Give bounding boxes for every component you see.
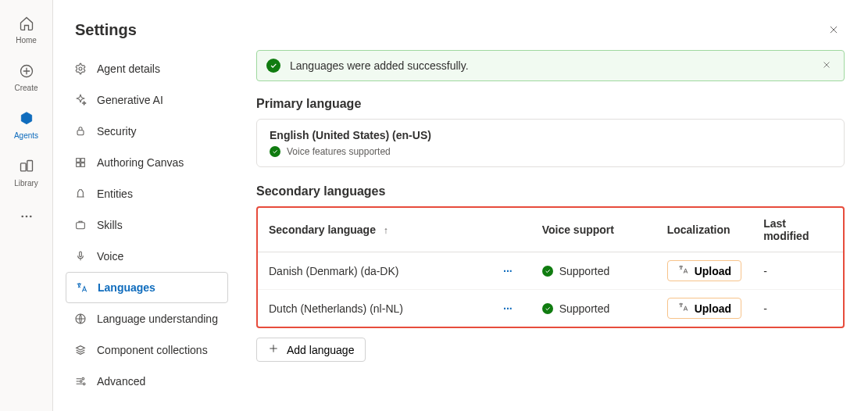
- settings-nav-voice[interactable]: Voice: [66, 241, 228, 272]
- cell-localization: Upload: [656, 252, 752, 290]
- page-header: Settings: [53, 0, 868, 50]
- check-circle-icon: [266, 59, 280, 73]
- component-collections-icon: [73, 343, 88, 357]
- upload-button[interactable]: Upload: [667, 260, 741, 281]
- home-icon: [17, 14, 36, 33]
- settings-nav-label: Voice: [97, 250, 123, 263]
- translate-icon: [677, 302, 688, 315]
- rail-home-label: Home: [16, 36, 37, 45]
- settings-nav-security[interactable]: Security: [66, 116, 228, 147]
- col-modified-header[interactable]: Last modified: [752, 208, 843, 252]
- check-circle-icon: [542, 266, 553, 277]
- svg-rect-13: [80, 252, 82, 257]
- add-language-button[interactable]: Add language: [256, 338, 366, 362]
- settings-nav-generative-ai[interactable]: Generative AI: [66, 84, 228, 116]
- page-title: Settings: [75, 21, 137, 39]
- upload-button[interactable]: Upload: [667, 298, 741, 319]
- table-row: Dutch (Netherlands) (nl-NL)···SupportedU…: [258, 290, 843, 327]
- settings-nav-label: Authoring Canvas: [97, 156, 184, 169]
- col-language-header[interactable]: Secondary language ↑: [258, 208, 531, 252]
- banner-dismiss-button[interactable]: [819, 58, 834, 73]
- library-icon: [17, 157, 36, 176]
- settings-nav-component-collections[interactable]: Component collections: [66, 334, 228, 366]
- settings-nav-label: Entities: [97, 188, 133, 200]
- settings-nav-label: Component collections: [97, 344, 208, 356]
- rail-agents-label: Agents: [14, 131, 38, 140]
- language-understanding-icon: [73, 312, 88, 326]
- svg-point-5: [29, 215, 31, 217]
- svg-rect-9: [81, 159, 85, 163]
- banner-message: Languages were added successfully.: [290, 59, 469, 72]
- settings-nav-language-understanding[interactable]: Language understanding: [66, 303, 228, 334]
- table-row: Danish (Denmark) (da-DK)···SupportedUplo…: [258, 252, 843, 290]
- settings-nav-entities[interactable]: Entities: [66, 178, 228, 209]
- plus-icon: [268, 343, 279, 356]
- cell-voice: Supported: [531, 252, 656, 290]
- rail-create-label: Create: [14, 84, 38, 92]
- rail-library-label: Library: [14, 179, 38, 188]
- cell-voice: Supported: [531, 290, 656, 327]
- secondary-languages-table-wrap: Secondary language ↑ Voice support Local…: [256, 206, 845, 328]
- advanced-icon: [73, 374, 88, 388]
- settings-nav-label: Advanced: [97, 375, 145, 388]
- svg-point-16: [80, 381, 82, 383]
- success-banner: Languages were added successfully.: [256, 50, 845, 81]
- svg-point-6: [79, 67, 82, 70]
- settings-nav-skills[interactable]: Skills: [66, 209, 228, 241]
- primary-language-card: English (United States) (en-US) Voice fe…: [256, 119, 845, 167]
- svg-rect-2: [27, 161, 32, 171]
- col-localization-header[interactable]: Localization: [656, 208, 752, 252]
- settings-nav-authoring-canvas[interactable]: Authoring Canvas: [66, 147, 228, 178]
- svg-point-3: [21, 215, 23, 217]
- rail-home[interactable]: Home: [5, 11, 48, 48]
- security-icon: [73, 124, 88, 138]
- svg-point-15: [82, 377, 84, 380]
- cell-localization: Upload: [656, 290, 752, 327]
- rail-create[interactable]: Create: [5, 59, 48, 95]
- add-language-label: Add language: [287, 344, 354, 356]
- cell-language: Dutch (Netherlands) (nl-NL): [258, 290, 492, 327]
- authoring-canvas-icon: [73, 155, 88, 170]
- svg-rect-11: [81, 163, 85, 167]
- settings-nav: Agent detailsGenerative AISecurityAuthor…: [53, 50, 239, 411]
- plus-circle-icon: [17, 62, 36, 80]
- settings-nav-label: Agent details: [97, 63, 160, 75]
- primary-language-heading: Primary language: [256, 97, 845, 111]
- page-body: Agent detailsGenerative AISecurityAuthor…: [53, 50, 868, 411]
- more-horizontal-icon: ···: [503, 302, 513, 315]
- row-actions-button[interactable]: ···: [503, 302, 520, 315]
- left-rail: Home Create Agents Library: [0, 0, 53, 411]
- more-horizontal-icon: ···: [503, 265, 513, 277]
- agents-icon: [17, 109, 36, 128]
- rail-agents[interactable]: Agents: [5, 106, 48, 143]
- sort-ascending-icon: ↑: [384, 225, 388, 236]
- check-circle-icon: [270, 146, 280, 157]
- table-header-row: Secondary language ↑ Voice support Local…: [258, 208, 843, 252]
- cell-modified: -: [752, 252, 843, 290]
- rail-library[interactable]: Library: [5, 154, 48, 191]
- settings-nav-label: Generative AI: [97, 94, 163, 106]
- settings-nav-languages[interactable]: Languages: [66, 272, 228, 303]
- primary-language-name: English (United States) (en-US): [270, 129, 831, 141]
- settings-nav-agent-details[interactable]: Agent details: [66, 53, 228, 84]
- generative-ai-icon: [73, 93, 88, 107]
- agent-details-icon: [73, 62, 88, 76]
- rail-more[interactable]: [11, 202, 42, 233]
- close-icon: [828, 21, 839, 39]
- translate-icon: [677, 264, 688, 277]
- check-circle-icon: [542, 303, 553, 314]
- svg-rect-7: [77, 130, 84, 135]
- col-voice-header[interactable]: Voice support: [531, 208, 656, 252]
- settings-nav-advanced[interactable]: Advanced: [66, 366, 228, 397]
- more-horizontal-icon: [20, 209, 34, 226]
- svg-rect-10: [77, 163, 80, 167]
- settings-nav-label: Languages: [98, 281, 155, 294]
- skills-icon: [73, 218, 88, 232]
- secondary-languages-table: Secondary language ↑ Voice support Local…: [258, 208, 843, 327]
- cell-language: Danish (Denmark) (da-DK): [258, 252, 492, 290]
- settings-page: Settings Agent detailsGenerative AISecur…: [53, 0, 868, 411]
- page-close-button[interactable]: [821, 17, 846, 42]
- settings-nav-label: Language understanding: [97, 313, 218, 325]
- settings-nav-label: Skills: [97, 219, 123, 231]
- row-actions-button[interactable]: ···: [503, 265, 520, 277]
